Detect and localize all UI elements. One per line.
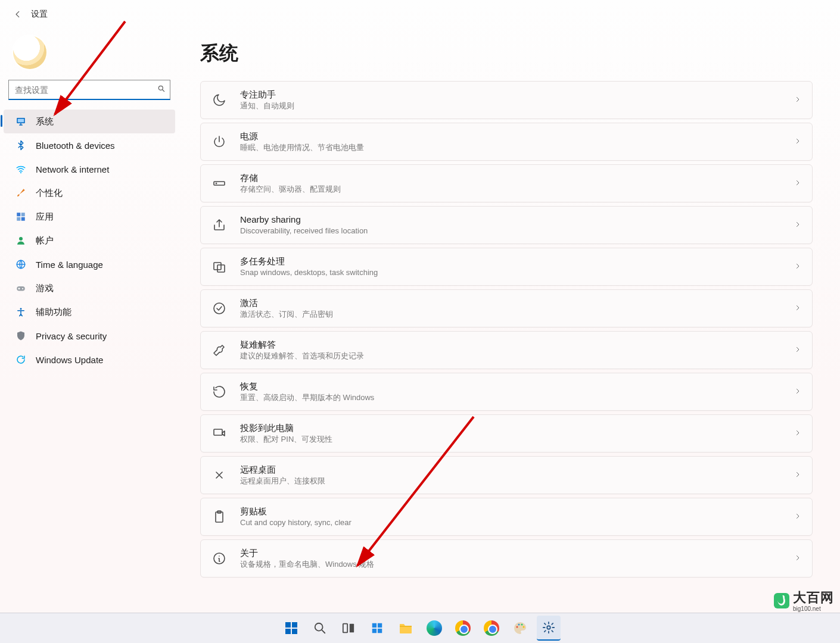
search-wrap xyxy=(8,80,170,100)
bluetooth-icon xyxy=(15,140,26,151)
search-icon xyxy=(313,622,326,635)
nav-item-gaming[interactable]: 游戏 xyxy=(4,276,175,300)
card-subtitle: 激活状态、订阅、产品密钥 xyxy=(240,310,794,319)
windows-icon xyxy=(284,621,298,635)
access-icon xyxy=(15,307,26,317)
nav-item-bluetooth[interactable]: Bluetooth & devices xyxy=(4,133,175,157)
chevron-right-icon xyxy=(794,303,801,314)
nav-item-time[interactable]: Time & language xyxy=(4,252,175,276)
card-subtitle: 通知、自动规则 xyxy=(240,101,794,111)
svg-rect-32 xyxy=(378,623,382,628)
apps-icon xyxy=(15,211,26,222)
taskbar xyxy=(0,613,840,643)
taskbar-start[interactable] xyxy=(279,616,303,640)
card-body: 远程桌面远程桌面用户、连接权限 xyxy=(240,464,794,486)
card-clipboard[interactable]: 剪贴板Cut and copy history, sync, clear xyxy=(200,498,813,536)
card-title: 专注助手 xyxy=(240,89,794,101)
card-body: 投影到此电脑权限、配对 PIN、可发现性 xyxy=(240,423,794,445)
svg-rect-5 xyxy=(21,213,25,216)
brush-icon xyxy=(15,188,26,198)
card-power[interactable]: 电源睡眠、电池使用情况、节省电池电量 xyxy=(200,123,813,161)
card-multitask[interactable]: 多任务处理Snap windows, desktops, task switch… xyxy=(200,248,813,286)
arrow-left-icon xyxy=(14,10,22,18)
chrome-icon xyxy=(455,620,471,636)
chevron-right-icon xyxy=(794,95,801,105)
svg-point-38 xyxy=(523,626,525,628)
chevron-right-icon xyxy=(794,386,801,397)
power-icon xyxy=(211,134,227,149)
card-title: Nearby sharing xyxy=(240,214,794,226)
svg-point-36 xyxy=(518,624,520,626)
nav-item-personalize[interactable]: 个性化 xyxy=(4,181,175,205)
check-icon xyxy=(211,301,227,316)
remote-icon xyxy=(211,467,227,483)
card-body: 激活激活状态、订阅、产品密钥 xyxy=(240,298,794,320)
taskbar-edge[interactable] xyxy=(422,616,446,640)
card-about[interactable]: 关于设备规格，重命名电脑、Windows 规格 xyxy=(200,539,813,578)
taskbar-settings[interactable] xyxy=(537,616,561,641)
monitor-icon xyxy=(15,116,26,127)
card-list: 专注助手通知、自动规则电源睡眠、电池使用情况、节省电池电量存储存储空间、驱动器、… xyxy=(200,81,813,578)
nav-label: Windows Update xyxy=(36,355,103,365)
edge-icon xyxy=(427,620,442,636)
taskbar-search[interactable] xyxy=(308,616,332,640)
sidebar: 系统Bluetooth & devicesNetwork & internet个… xyxy=(0,29,179,643)
card-title: 激活 xyxy=(240,298,794,309)
card-subtitle: 设备规格，重命名电脑、Windows 规格 xyxy=(240,560,794,569)
nav-item-accessibility[interactable]: 辅助功能 xyxy=(4,300,175,324)
nav-item-accounts[interactable]: 帐户 xyxy=(4,229,175,252)
svg-rect-31 xyxy=(372,623,377,628)
watermark-main: 大百网 xyxy=(793,589,834,607)
main-content: 系统 专注助手通知、自动规则电源睡眠、电池使用情况、节省电池电量存储存储空间、驱… xyxy=(179,29,840,643)
taskbar-chrome-1[interactable] xyxy=(451,616,475,640)
taskbar-chrome-2[interactable] xyxy=(480,616,503,640)
svg-rect-25 xyxy=(292,622,297,628)
card-recovery[interactable]: 恢复重置、高级启动、早期版本的 Windows xyxy=(200,373,813,411)
titlebar: 设置 xyxy=(0,0,840,29)
svg-point-12 xyxy=(20,308,22,310)
taskbar-taskview[interactable] xyxy=(337,616,360,640)
search-input[interactable] xyxy=(8,80,170,100)
nav-list: 系统Bluetooth & devicesNetwork & internet个… xyxy=(0,110,179,372)
chevron-right-icon xyxy=(794,511,801,522)
nav-item-system[interactable]: 系统 xyxy=(4,110,175,133)
multitask-icon xyxy=(211,259,227,274)
card-projecting[interactable]: 投影到此电脑权限、配对 PIN、可发现性 xyxy=(200,414,813,452)
card-body: Nearby sharingDiscoverability, received … xyxy=(240,214,794,236)
card-remote[interactable]: 远程桌面远程桌面用户、连接权限 xyxy=(200,456,813,494)
taskbar-paint[interactable] xyxy=(508,616,532,640)
card-body: 剪贴板Cut and copy history, sync, clear xyxy=(240,506,794,528)
card-title: 多任务处理 xyxy=(240,256,794,267)
share-icon xyxy=(211,217,227,233)
nav-item-privacy[interactable]: Privacy & security xyxy=(4,324,175,348)
chevron-right-icon xyxy=(794,553,801,564)
chevron-right-icon xyxy=(794,136,801,147)
nav-item-network[interactable]: Network & internet xyxy=(4,157,175,181)
globe-icon xyxy=(15,259,26,270)
svg-point-39 xyxy=(547,626,550,629)
nav-item-update[interactable]: Windows Update xyxy=(4,348,175,372)
nav-label: Bluetooth & devices xyxy=(36,141,115,151)
chevron-right-icon xyxy=(794,220,801,230)
card-focus[interactable]: 专注助手通知、自动规则 xyxy=(200,81,813,119)
nav-item-apps[interactable]: 应用 xyxy=(4,205,175,229)
svg-rect-33 xyxy=(372,629,377,633)
taskbar-explorer[interactable] xyxy=(394,616,418,640)
taskbar-widgets[interactable] xyxy=(365,616,389,640)
card-subtitle: 权限、配对 PIN、可发现性 xyxy=(240,435,794,444)
update-icon xyxy=(15,354,26,365)
card-activation[interactable]: 激活激活状态、订阅、产品密钥 xyxy=(200,289,813,327)
svg-point-0 xyxy=(158,86,163,90)
card-storage[interactable]: 存储存储空间、驱动器、配置规则 xyxy=(200,164,813,202)
user-avatar[interactable] xyxy=(13,36,46,69)
card-body: 存储存储空间、驱动器、配置规则 xyxy=(240,173,794,195)
card-body: 多任务处理Snap windows, desktops, task switch… xyxy=(240,256,794,278)
card-troubleshoot[interactable]: 疑难解答建议的疑难解答、首选项和历史记录 xyxy=(200,331,813,369)
card-subtitle: 睡眠、电池使用情况、节省电池电量 xyxy=(240,143,794,152)
card-nearby[interactable]: Nearby sharingDiscoverability, received … xyxy=(200,206,813,244)
person-icon xyxy=(15,235,26,246)
svg-point-17 xyxy=(214,303,225,314)
back-button[interactable] xyxy=(7,4,29,25)
info-icon xyxy=(211,551,227,566)
svg-rect-4 xyxy=(17,213,20,216)
